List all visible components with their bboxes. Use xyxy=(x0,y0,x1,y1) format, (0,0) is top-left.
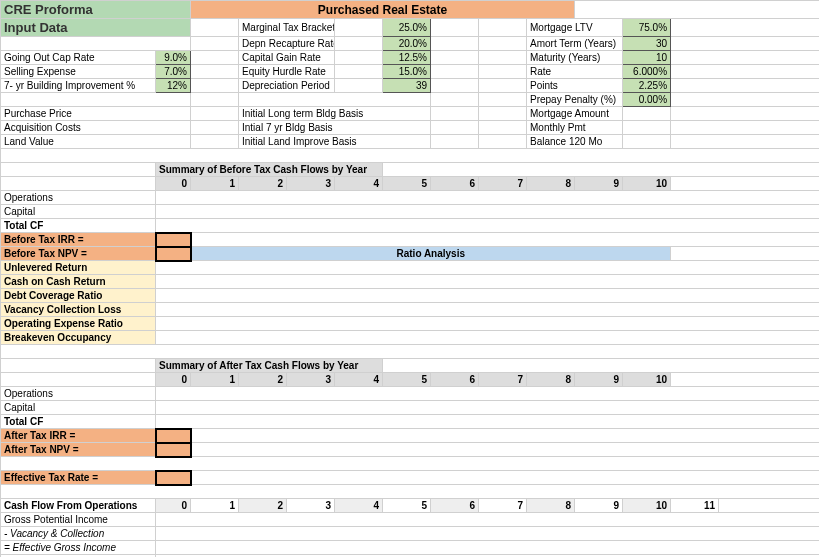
val-ltv[interactable]: 75.0% xyxy=(623,19,671,37)
lbl-depr-period: Depreciation Period xyxy=(239,79,335,93)
lbl-selling-expense: Selling Expense xyxy=(1,65,156,79)
cfo-hdr: Cash Flow From Operations xyxy=(1,499,156,513)
row-gpi: Gross Potential Income xyxy=(1,513,156,527)
lbl-ltv: Mortgage LTV xyxy=(527,19,623,37)
row-unlevered: Unlevered Return xyxy=(1,261,156,275)
row-capital: Capital xyxy=(1,205,156,219)
val-prepay[interactable]: 0.00% xyxy=(623,93,671,107)
cfo-header-row: Cash Flow From Operations 0 1 2 3 4 5 6 … xyxy=(1,499,820,513)
val-atx-npv[interactable] xyxy=(156,443,191,457)
val-selling-expense[interactable]: 7.0% xyxy=(156,65,191,79)
row-btx-npv: Before Tax NPV = xyxy=(1,247,156,261)
val-eff-tax[interactable] xyxy=(156,471,191,485)
lbl-cap-gain: Capital Gain Rate xyxy=(239,51,335,65)
summary-before-hdr: Summary of Before Tax Cash Flows by Year xyxy=(156,163,383,177)
row-btx-irr: Before Tax IRR = xyxy=(1,233,156,247)
val-marginal-tax[interactable]: 25.0% xyxy=(383,19,431,37)
val-depn-recap[interactable]: 20.0% xyxy=(383,37,431,51)
year-header-after: 0 1 2 3 4 5 6 7 8 9 10 xyxy=(1,373,820,387)
input-data-label: Input Data xyxy=(1,19,191,37)
val-points[interactable]: 2.25% xyxy=(623,79,671,93)
row-capital-at: Capital xyxy=(1,401,156,415)
val-amort[interactable]: 30 xyxy=(623,37,671,51)
val-depr-period[interactable]: 39 xyxy=(383,79,431,93)
row-total-cf-at: Total CF xyxy=(1,415,156,429)
lbl-balance: Balance 120 Mo xyxy=(527,135,623,149)
row-operations-at: Operations xyxy=(1,387,156,401)
lbl-amort: Amort Term (Years) xyxy=(527,37,623,51)
lbl-purchase-price: Purchase Price xyxy=(1,107,191,121)
lbl-points: Points xyxy=(527,79,623,93)
lbl-maturity: Maturity (Years) xyxy=(527,51,623,65)
val-going-out-cap[interactable]: 9.0% xyxy=(156,51,191,65)
val-bldg-improve[interactable]: 12% xyxy=(156,79,191,93)
val-eq-hurdle[interactable]: 15.0% xyxy=(383,65,431,79)
ratio-analysis-hdr: Ratio Analysis xyxy=(191,247,671,261)
lbl-going-out-cap: Going Out Cap Rate xyxy=(1,51,156,65)
row-total-cf: Total CF xyxy=(1,219,156,233)
lbl-rate: Rate xyxy=(527,65,623,79)
val-rate[interactable]: 6.000% xyxy=(623,65,671,79)
summary-after-hdr: Summary of After Tax Cash Flows by Year xyxy=(156,359,383,373)
row-beo: Breakeven Occupancy xyxy=(1,331,156,345)
lbl-init-land: Initial Land Improve Basis xyxy=(239,135,431,149)
lbl-bldg-improve: 7- yr Building Improvement % xyxy=(1,79,156,93)
year-header-before: 0 1 2 3 4 5 6 7 8 9 10 xyxy=(1,177,820,191)
row-coc: Cash on Cash Return xyxy=(1,275,156,289)
val-btx-npv[interactable] xyxy=(156,247,191,261)
row-dcr: Debt Coverage Ratio xyxy=(1,289,156,303)
val-atx-irr[interactable] xyxy=(156,429,191,443)
lbl-init-lt-bldg: Initial Long term Bldg Basis xyxy=(239,107,431,121)
val-btx-irr[interactable] xyxy=(156,233,191,247)
lbl-init-7yr: Intial 7 yr Bldg Basis xyxy=(239,121,431,135)
lbl-prepay: Prepay Penalty (%) xyxy=(527,93,623,107)
row-egi: = Effective Gross Income xyxy=(1,541,156,555)
row-vac: - Vacancy & Collection xyxy=(1,527,156,541)
row-atx-irr: After Tax IRR = xyxy=(1,429,156,443)
row-atx-npv: After Tax NPV = xyxy=(1,443,156,457)
lbl-monthly-pmt: Monthly Pmt xyxy=(527,121,623,135)
title-purchased: Purchased Real Estate xyxy=(191,1,575,19)
lbl-depn-recap: Depn Recapture Rate xyxy=(239,37,335,51)
row-oer: Operating Expense Ratio xyxy=(1,317,156,331)
row-eff-tax: Effective Tax Rate = xyxy=(1,471,156,485)
spreadsheet-grid[interactable]: CRE Proforma Purchased Real Estate Input… xyxy=(0,0,819,557)
row-vcl: Vacancy Collection Loss xyxy=(1,303,156,317)
lbl-marginal-tax: Marginal Tax Bracket xyxy=(239,19,335,37)
val-cap-gain[interactable]: 12.5% xyxy=(383,51,431,65)
lbl-mort-amt: Mortgage Amount xyxy=(527,107,623,121)
lbl-acq-costs: Acquisition Costs xyxy=(1,121,191,135)
val-maturity[interactable]: 10 xyxy=(623,51,671,65)
lbl-eq-hurdle: Equity Hurdle Rate xyxy=(239,65,335,79)
lbl-land-value: Land Value xyxy=(1,135,191,149)
title-cre: CRE Proforma xyxy=(1,1,191,19)
row-operations: Operations xyxy=(1,191,156,205)
